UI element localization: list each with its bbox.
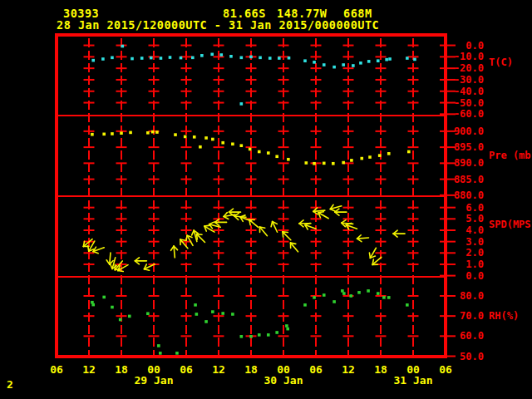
- relative_humidity-data-point: [303, 303, 307, 307]
- wind-arrow-stroke: [370, 254, 375, 259]
- relative_humidity-data-point: [204, 320, 208, 323]
- temperature-data-point: [352, 64, 355, 67]
- relative_humidity-data-point: [111, 306, 114, 309]
- relative_humidity-data-point: [323, 293, 326, 297]
- pressure-tick-label: 880.0: [434, 190, 484, 201]
- wind-arrow: [170, 246, 178, 259]
- temperature-data-point: [385, 58, 388, 62]
- wind-arrow: [135, 258, 146, 264]
- relative_humidity-data-point: [240, 335, 244, 338]
- relative_humidity-tick-label: 50.0: [434, 351, 484, 362]
- page-number: 2: [7, 378, 13, 391]
- relative_humidity-data-point: [285, 324, 288, 328]
- relative_humidity-data-point: [249, 335, 253, 338]
- pressure-data-point: [249, 148, 252, 151]
- relative_humidity-tick-label: 70.0: [434, 310, 484, 322]
- temperature-data-point: [101, 57, 105, 61]
- pressure-data-point: [342, 161, 345, 165]
- temperature-data-point: [121, 45, 125, 48]
- temperature-tick-label: -10.0: [434, 51, 484, 62]
- pressure-data-point: [240, 144, 244, 147]
- pressure-data-point: [332, 162, 335, 165]
- pressure-data-point: [151, 131, 155, 134]
- relative_humidity-data-point: [195, 313, 199, 316]
- wind-arrow: [257, 224, 269, 238]
- temperature-tick-label: -40.0: [434, 86, 484, 97]
- relative_humidity-data-point: [258, 333, 261, 337]
- relative_humidity-data-point: [275, 331, 278, 334]
- relative_humidity-data-point: [342, 292, 346, 295]
- relative_humidity-data-point: [211, 310, 214, 313]
- relative_humidity-data-point: [313, 296, 316, 299]
- pressure-data-point: [146, 131, 150, 135]
- wind_speed-tick-label: 4.0: [434, 224, 484, 236]
- wind-arrow-stroke: [317, 213, 322, 218]
- temperature-tick-label: -50.0: [434, 97, 484, 109]
- temperature-data-point: [332, 66, 336, 69]
- wind-arrow: [335, 209, 347, 215]
- wind-arrow: [393, 230, 405, 237]
- temperature-data-point: [111, 57, 114, 60]
- relative_humidity-data-point: [194, 303, 197, 307]
- wind-arrow: [269, 220, 280, 234]
- temperature-data-point: [150, 57, 153, 60]
- temperature-data-point: [259, 57, 262, 60]
- x-axis-date-label: 30 Jan: [264, 374, 303, 387]
- pressure-data-point: [258, 150, 261, 154]
- x-axis-tick-label: 06: [180, 363, 193, 376]
- relative_humidity-data-point: [332, 300, 336, 303]
- temperature-data-point: [313, 61, 316, 64]
- pressure-data-point: [360, 157, 363, 160]
- temperature-data-point: [303, 59, 307, 62]
- x-axis-tick-label: 12: [82, 363, 96, 376]
- pressure-data-point: [378, 154, 382, 157]
- relative_humidity-data-point: [128, 315, 131, 318]
- relative_humidity-tick-label: 60.0: [434, 330, 484, 342]
- pressure-tick-label: 885.0: [434, 174, 484, 185]
- pressure-data-point: [155, 131, 159, 134]
- relative_humidity-axis-title: RH(%): [489, 310, 519, 322]
- temperature-data-point: [210, 53, 214, 57]
- pressure-tick-label: 890.0: [434, 157, 484, 169]
- relative_humidity-data-point: [159, 352, 162, 355]
- temperature-data-point: [229, 55, 233, 58]
- relative_humidity-data-point: [221, 312, 224, 315]
- x-axis-tick-label: 18: [115, 363, 128, 376]
- pressure-data-point: [267, 151, 270, 155]
- pressure-data-point: [199, 145, 202, 149]
- relative_humidity-data-point: [267, 333, 270, 337]
- pressure-data-point: [323, 162, 326, 165]
- temperature-data-point: [160, 57, 163, 60]
- pressure-data-point: [407, 150, 411, 154]
- relative_humidity-tick-label: 80.0: [434, 290, 484, 302]
- wind-arrow: [288, 241, 300, 254]
- wind-arrow: [357, 234, 369, 242]
- temperature-data-point: [323, 63, 326, 66]
- pressure-data-point: [91, 133, 94, 136]
- relative_humidity-data-point: [349, 294, 352, 298]
- pressure-data-point: [129, 131, 132, 135]
- relative_humidity-data-point: [367, 289, 370, 293]
- temperature-data-point: [367, 60, 371, 63]
- x-axis-tick-label: 06: [439, 363, 452, 376]
- wind-arrow-stroke: [203, 226, 208, 231]
- temperature-data-point: [240, 57, 244, 60]
- relative_humidity-data-point: [175, 352, 179, 355]
- pressure-axis-title: Pre (mb): [489, 150, 532, 161]
- temperature-data-point: [169, 56, 172, 59]
- temperature-data-point: [288, 57, 291, 60]
- pressure-data-point: [387, 152, 391, 155]
- pressure-data-point: [368, 155, 372, 159]
- wind-arrow: [106, 253, 114, 265]
- wind_speed-tick-label: 1.0: [434, 259, 484, 270]
- temperature-data-point: [413, 58, 416, 62]
- pressure-data-point: [193, 135, 196, 139]
- relative_humidity-data-point: [157, 344, 160, 347]
- wind_speed-axis-title: SPD(MPS): [489, 219, 532, 230]
- pressure-tick-label: 895.0: [434, 141, 484, 153]
- temperature-data-point: [342, 63, 345, 66]
- relative_humidity-data-point: [231, 313, 234, 316]
- meteogram-screen: 30393 81.66S 148.77W 668M 28 Jan 2015/12…: [0, 0, 532, 399]
- pressure-data-point: [221, 141, 224, 145]
- temperature-data-point: [359, 62, 362, 65]
